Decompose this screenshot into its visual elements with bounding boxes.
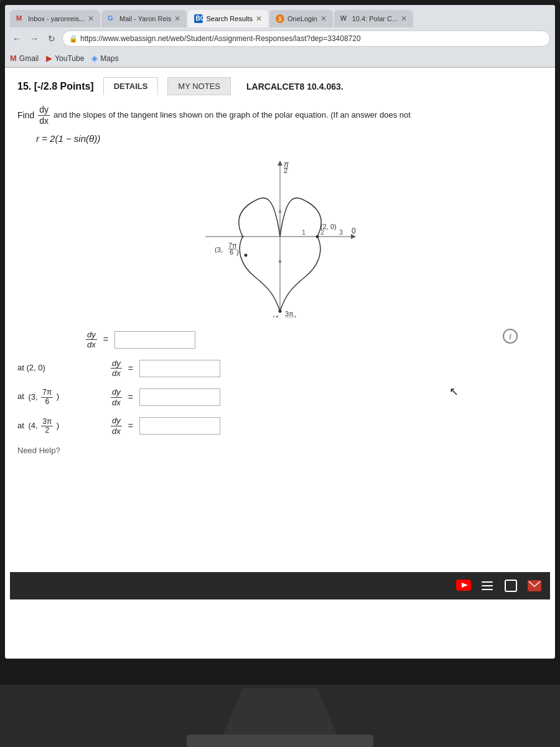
taskbar-mail-icon[interactable] [525, 576, 544, 595]
maps-label: Maps [100, 54, 118, 63]
polar-graph: π 2 0 1 2 3 [199, 156, 361, 317]
tab-search-results[interactable]: BC Search Results ✕ [188, 10, 268, 27]
bookmark-gmail[interactable]: M Gmail [10, 54, 39, 63]
tab-inbox[interactable]: M Inbox - yaronreis... ✕ [10, 10, 100, 27]
answer-input-4[interactable] [139, 417, 220, 435]
dy-num-3: dy [111, 387, 122, 398]
svg-rect-33 [482, 581, 493, 583]
dy-numerator: dy [38, 105, 50, 116]
back-button[interactable]: ← [10, 32, 24, 45]
problem-code: LARCALCET8 10.4.063. [246, 82, 343, 92]
gmail-favicon: M [10, 54, 17, 63]
gmail-label: Gmail [19, 54, 39, 63]
need-help-label: Need Help? [17, 446, 60, 455]
tab-close-mail[interactable]: ✕ [174, 14, 180, 23]
youtube-favicon: ▶ [46, 54, 52, 63]
tab-close-polar[interactable]: ✕ [401, 14, 407, 23]
dydx-label-4: dy dx [111, 416, 122, 436]
monitor: M Inbox - yaronreis... ✕ G Mail - Yaron … [0, 0, 560, 685]
svg-point-13 [245, 253, 248, 256]
polar-graph-container: π 2 0 1 2 3 [17, 156, 543, 317]
svg-rect-34 [482, 585, 493, 586]
tab-close-onelogin[interactable]: ✕ [320, 14, 327, 23]
taskbar-window-icon[interactable] [502, 576, 520, 595]
polar-graph-svg: π 2 0 1 2 3 [199, 156, 361, 317]
find-line: Find dy dx and the slopes of the tangent… [17, 105, 543, 126]
dydx-label-2: dy dx [111, 359, 122, 378]
svg-text:(3,: (3, [215, 246, 223, 253]
monitor-base [187, 735, 373, 747]
dx-den-1: dx [86, 340, 97, 350]
answer-label-3: at (3, 7π 6 ) [17, 388, 105, 405]
page-content: 15. [-/2.8 Points] DETAILS MY NOTES LARC… [5, 68, 555, 659]
svg-point-11 [316, 235, 319, 238]
answer-input-3[interactable] [139, 388, 220, 406]
equals-4: = [128, 419, 133, 433]
bookmark-maps[interactable]: ◈ Maps [91, 54, 118, 63]
svg-text:): ) [294, 314, 297, 317]
tab-label-onelogin: OneLogin [287, 15, 317, 22]
forward-button[interactable]: → [27, 32, 41, 45]
need-help: Need Help? [17, 444, 543, 458]
tab-polar[interactable]: W 10.4: Polar C... ✕ [334, 10, 413, 27]
equals-2: = [128, 362, 133, 375]
svg-text:(2, 0): (2, 0) [320, 223, 337, 230]
problem-body: Find dy dx and the slopes of the tangent… [17, 105, 543, 458]
answer-row-2: at (2, 0) dy dx = [17, 359, 543, 378]
dy-num-2: dy [111, 359, 122, 369]
maps-favicon: ◈ [91, 54, 98, 63]
answer-row-3: at (3, 7π 6 ) dy dx = [17, 387, 543, 407]
dy-num-1: dy [86, 330, 97, 341]
tab-label-inbox: Inbox - yaronreis... [28, 15, 85, 22]
svg-marker-2 [278, 161, 282, 166]
dydx-fraction: dy dx [38, 105, 50, 126]
svg-rect-36 [505, 580, 516, 591]
points-label: 15. [-/2.8 Points] [17, 81, 94, 92]
answer-section: dy dx = at (2, 0) dy dx = [17, 330, 543, 458]
svg-text:(4,: (4, [273, 314, 281, 317]
refresh-button[interactable]: ↻ [45, 32, 58, 45]
tab-label-search: Search Results [206, 15, 253, 22]
tab-favicon-onelogin: 1 [276, 14, 284, 23]
tab-mail[interactable]: G Mail - Yaron Reis ✕ [101, 10, 187, 27]
bookmarks-bar: M Gmail ▶ YouTube ◈ Maps [5, 50, 555, 67]
bookmark-youtube[interactable]: ▶ YouTube [46, 54, 84, 63]
dx-den-2: dx [111, 369, 122, 378]
dy-num-4: dy [111, 416, 122, 426]
answer-label-4: at (4, 3π 2 ) [17, 418, 105, 435]
equals-1: = [103, 332, 108, 346]
dydx-label-3: dy dx [111, 387, 122, 407]
equation: r = 2(1 − sin(θ)) [36, 131, 543, 146]
tab-favicon-search: BC [194, 14, 203, 23]
answer-input-2[interactable] [139, 360, 220, 377]
svg-point-19 [279, 309, 282, 312]
equation-text: r = 2(1 − sin(θ)) [36, 133, 100, 144]
equals-3: = [128, 390, 133, 404]
address-bar[interactable]: 🔒 https://www.webassign.net/web/Student/… [62, 31, 550, 47]
tab-label-polar: 10.4: Polar C... [352, 15, 398, 22]
tab-favicon-polar: W [340, 14, 349, 23]
tab-onelogin[interactable]: 1 OneLogin ✕ [269, 10, 333, 27]
tab-favicon-inbox: M [16, 14, 25, 23]
taskbar [10, 572, 550, 599]
taskbar-youtube-icon[interactable] [454, 576, 473, 595]
dydx-label-1: dy dx [86, 330, 97, 350]
svg-text:0: 0 [352, 227, 356, 235]
svg-text:1: 1 [302, 228, 306, 236]
answer-row-general: dy dx = [17, 330, 543, 350]
notes-tab[interactable]: MY NOTES [167, 77, 231, 95]
tab-favicon-mail: G [108, 14, 116, 23]
svg-text:6: 6 [230, 248, 233, 256]
answer-input-1[interactable] [114, 331, 195, 349]
svg-text:): ) [236, 248, 239, 256]
info-icon[interactable]: i [503, 329, 518, 344]
svg-text:3: 3 [339, 228, 343, 236]
taskbar-menu-icon[interactable] [478, 576, 497, 595]
tab-close-inbox[interactable]: ✕ [88, 14, 94, 23]
tab-bar: M Inbox - yaronreis... ✕ G Mail - Yaron … [5, 5, 555, 27]
svg-rect-35 [482, 589, 493, 590]
address-bar-row: ← → ↻ 🔒 https://www.webassign.net/web/St… [5, 27, 555, 50]
details-tab[interactable]: DETAILS [103, 77, 159, 95]
tab-close-search[interactable]: ✕ [256, 14, 262, 23]
screen: M Inbox - yaronreis... ✕ G Mail - Yaron … [5, 5, 555, 659]
